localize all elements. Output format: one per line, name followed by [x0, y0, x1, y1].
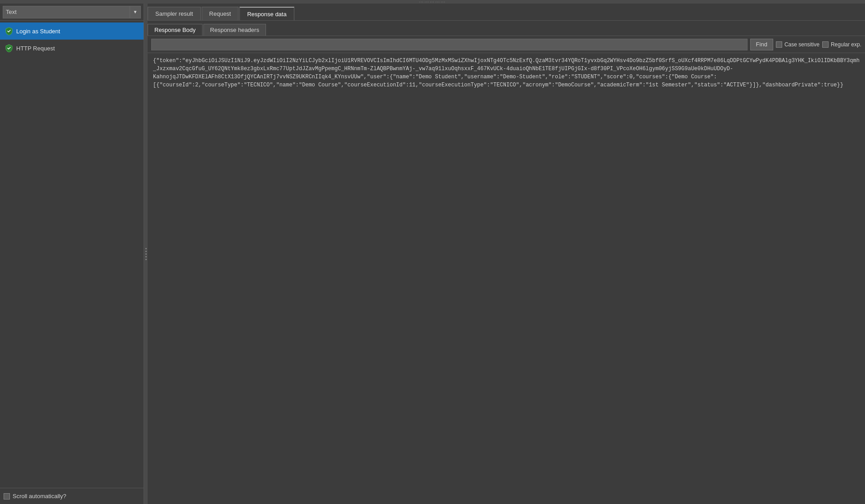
splitter-dot-4: [145, 256, 147, 257]
regular-exp-label[interactable]: Regular exp.: [822, 41, 861, 48]
search-input[interactable]: [151, 39, 748, 50]
filter-bar: Text ▼: [0, 4, 144, 21]
left-panel: Text ▼ Login as Student: [0, 4, 144, 504]
shield-icon-http: [5, 44, 14, 53]
regular-exp-checkbox[interactable]: [822, 41, 829, 48]
response-body-content: {"token":"eyJhbGciOiJSUzI1NiJ9.eyJzdWIiO…: [148, 53, 865, 504]
tree-item-label-http: HTTP Request: [16, 45, 55, 52]
splitter-dot-1: [145, 248, 147, 249]
main-tabs: Sampler result Request Response data: [148, 4, 865, 21]
tree-item-label-login: Login as Student: [16, 28, 60, 35]
find-button[interactable]: Find: [750, 39, 773, 50]
sub-tab-response-body[interactable]: Response Body: [148, 24, 203, 36]
splitter-dot-5: [145, 259, 147, 260]
shield-icon-login: [5, 27, 14, 36]
drag-bar: ⋯⋯⋯⋯⋯: [0, 0, 865, 4]
tree-item-http-request[interactable]: HTTP Request: [0, 40, 144, 57]
case-sensitive-label[interactable]: Case sensitive: [776, 41, 820, 48]
panel-splitter[interactable]: [144, 4, 148, 504]
tree-item-login-as-student[interactable]: Login as Student: [0, 22, 144, 40]
filter-dropdown-button[interactable]: ▼: [130, 6, 141, 18]
filter-select[interactable]: Text: [3, 6, 130, 18]
scroll-auto-checkbox[interactable]: [4, 493, 10, 500]
sub-tabs: Response Body Response headers: [148, 21, 865, 36]
main-area: Text ▼ Login as Student: [0, 4, 865, 504]
case-sensitive-checkbox[interactable]: [776, 41, 782, 48]
splitter-dot-3: [145, 253, 147, 255]
sub-tab-response-headers[interactable]: Response headers: [203, 24, 266, 36]
scroll-auto-bar: Scroll automatically?: [0, 488, 144, 504]
tab-request[interactable]: Request: [202, 7, 239, 20]
splitter-dot-2: [145, 251, 147, 252]
tab-response-data[interactable]: Response data: [239, 7, 294, 20]
tab-sampler-result[interactable]: Sampler result: [148, 7, 201, 20]
right-panel: Sampler result Request Response data Res…: [148, 4, 865, 504]
tree-area: Login as Student HTTP Request: [0, 21, 144, 488]
scroll-auto-label: Scroll automatically?: [13, 493, 66, 500]
search-bar: Find Case sensitive Regular exp.: [148, 36, 865, 53]
